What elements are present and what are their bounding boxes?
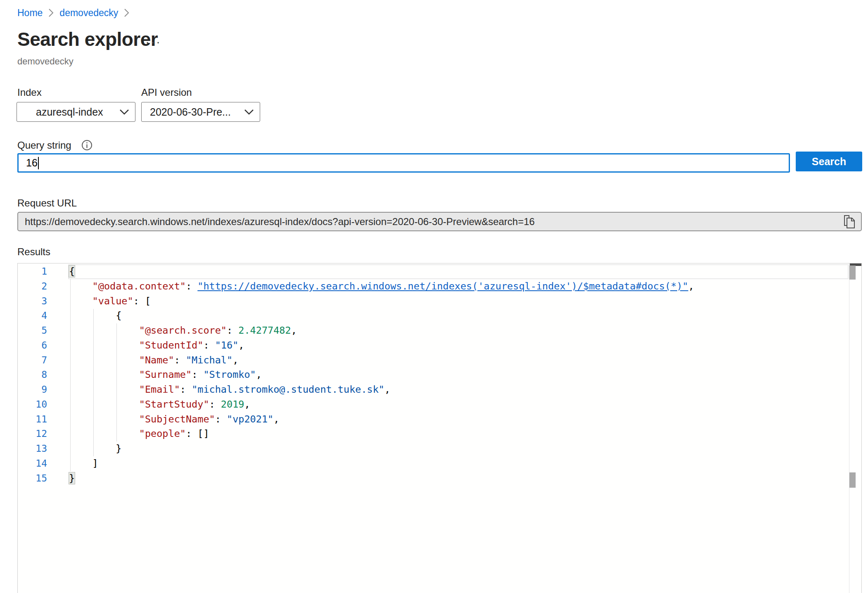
breadcrumb-demovedecky-link[interactable]: demovedecky — [59, 7, 118, 19]
line-number: 7 — [18, 353, 47, 368]
index-dropdown-value: azuresql-index — [36, 106, 119, 118]
chevron-right-icon — [48, 8, 54, 17]
code-line: 10 "StartStudy": 2019, — [18, 397, 849, 412]
odata-context-link[interactable]: "https://demovedecky.search.windows.net/… — [197, 280, 688, 292]
line-number: 12 — [18, 427, 47, 441]
code-line: 15} — [18, 471, 849, 486]
chevron-down-icon — [119, 109, 129, 115]
code-line: 2 "@odata.context": "https://demovedecky… — [18, 279, 849, 294]
info-icon[interactable] — [81, 140, 92, 152]
text-caret — [38, 157, 39, 169]
editor-vertical-scrollbar-thumb[interactable] — [849, 266, 856, 280]
results-code-editor[interactable]: 1{2 "@odata.context": "https://demovedec… — [17, 263, 862, 593]
more-menu-button[interactable]: ··· — [145, 35, 161, 49]
code-line: 9 "Email": "michal.stromko@.student.tuke… — [18, 382, 849, 397]
code-line: 3 "value": [ — [18, 294, 849, 309]
index-label: Index — [17, 87, 42, 98]
search-explorer-page: Home demovedecky Search explorer ··· dem… — [0, 0, 868, 593]
code-line: 8 "Surname": "Stromko", — [18, 368, 849, 382]
line-number: 3 — [18, 294, 47, 309]
request-url-label: Request URL — [17, 197, 77, 209]
code-line: 5 "@search.score": 2.4277482, — [18, 323, 849, 338]
line-number: 10 — [18, 397, 47, 412]
breadcrumb-home-link[interactable]: Home — [17, 7, 43, 19]
search-button[interactable]: Search — [796, 152, 862, 171]
chevron-right-icon — [124, 8, 129, 17]
code-line: 12 "people": [] — [18, 427, 849, 441]
copy-icon[interactable] — [843, 215, 855, 229]
request-url-field: https://demovedecky.search.windows.net/i… — [17, 212, 862, 231]
query-string-value: 16 — [26, 157, 38, 169]
code-line: 11 "SubjectName": "vp2021", — [18, 412, 849, 427]
line-number: 14 — [18, 456, 47, 471]
breadcrumb: Home demovedecky — [17, 7, 129, 19]
line-number: 2 — [18, 279, 47, 294]
results-label: Results — [17, 246, 50, 258]
chevron-down-icon — [244, 109, 254, 115]
page-title: Search explorer — [17, 28, 158, 50]
line-number: 1 — [18, 264, 47, 279]
request-url-value: https://demovedecky.search.windows.net/i… — [25, 216, 843, 228]
code-line: 13 } — [18, 441, 849, 456]
page-subtitle: demovedecky — [17, 56, 74, 67]
line-number: 8 — [18, 368, 47, 382]
code-line: 1{ — [18, 264, 849, 279]
line-number: 9 — [18, 382, 47, 397]
line-number: 13 — [18, 441, 47, 456]
line-number: 15 — [18, 471, 47, 486]
query-string-label: Query string — [17, 140, 71, 151]
api-version-label: API version — [141, 87, 192, 98]
code-lines: 1{2 "@odata.context": "https://demovedec… — [18, 264, 849, 486]
line-number: 5 — [18, 323, 47, 338]
api-version-dropdown-value: 2020-06-30-Pre... — [150, 106, 244, 118]
code-line: 4 { — [18, 308, 849, 323]
code-line: 14 ] — [18, 456, 849, 471]
page-vertical-scrollbar-thumb[interactable] — [849, 472, 856, 488]
query-string-input[interactable]: 16 — [17, 153, 790, 173]
code-line: 6 "StudentId": "16", — [18, 338, 849, 353]
line-number: 6 — [18, 338, 47, 353]
api-version-dropdown[interactable]: 2020-06-30-Pre... — [141, 102, 260, 122]
line-number: 4 — [18, 308, 47, 323]
line-number: 11 — [18, 412, 47, 427]
code-line: 7 "Name": "Michal", — [18, 353, 849, 368]
scrollbar-track-border — [849, 263, 849, 593]
index-dropdown[interactable]: azuresql-index — [17, 102, 135, 122]
